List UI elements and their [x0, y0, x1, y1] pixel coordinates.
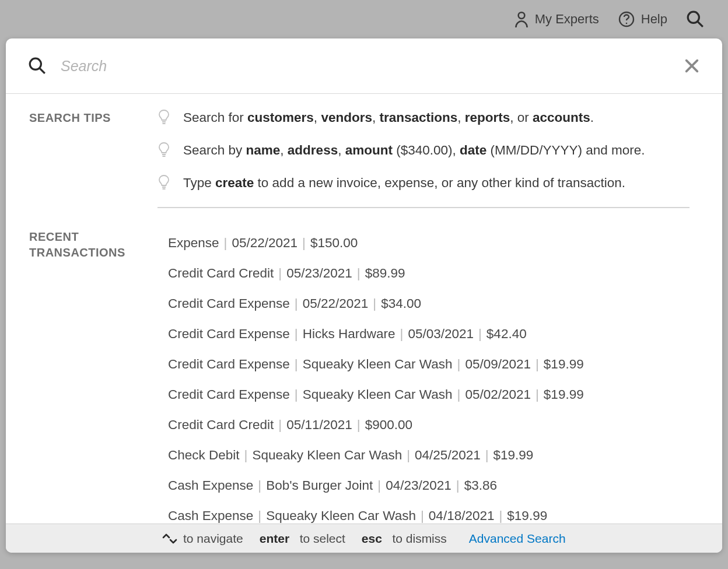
search-tip: Search for customers, vendors, transacti…	[158, 109, 690, 127]
search-footer: to navigate enter to select esc to dismi…	[6, 524, 722, 553]
search-tip-text: Search for customers, vendors, transacti…	[183, 109, 594, 126]
search-tip: Type create to add a new invoice, expens…	[158, 174, 690, 192]
search-modal: SEARCH TIPS Search for customers, vendor…	[6, 38, 722, 553]
section-divider	[158, 207, 690, 208]
transaction-row[interactable]: Cash Expense|Squeaky Kleen Car Wash|04/1…	[158, 501, 690, 524]
search-tip: Search by name, address, amount ($340.00…	[158, 142, 690, 159]
updown-icon	[162, 533, 177, 545]
transaction-row[interactable]: Credit Card Expense|05/22/2021|$34.00	[158, 289, 690, 319]
search-tip-text: Type create to add a new invoice, expens…	[183, 174, 625, 191]
footer-enter-key: enter	[260, 532, 289, 545]
recent-transactions-section: RECENT TRANSACTIONS Expense|05/22/2021|$…	[29, 228, 690, 524]
lightbulb-icon	[158, 174, 170, 192]
search-bar	[6, 38, 722, 94]
search-icon	[28, 57, 47, 75]
transaction-row[interactable]: Credit Card Expense|Hicks Hardware|05/03…	[158, 319, 690, 349]
footer-select-text: to select	[300, 532, 345, 545]
footer-navigate-text: to navigate	[183, 532, 243, 546]
close-icon	[684, 58, 700, 74]
transaction-row[interactable]: Check Debit|Squeaky Kleen Car Wash|04/25…	[158, 440, 690, 470]
footer-dismiss-text: to dismiss	[392, 532, 446, 545]
help-button[interactable]: Help	[618, 10, 667, 28]
search-input[interactable]	[61, 58, 670, 75]
search-icon	[686, 10, 705, 29]
recent-transactions-heading: RECENT TRANSACTIONS	[29, 228, 152, 261]
advanced-search-link[interactable]: Advanced Search	[469, 532, 566, 546]
transaction-row[interactable]: Credit Card Credit|05/11/2021|$900.00	[158, 410, 690, 440]
transaction-row[interactable]: Expense|05/22/2021|$150.00	[158, 228, 690, 258]
search-tip-text: Search by name, address, amount ($340.00…	[183, 142, 645, 159]
transaction-row[interactable]: Credit Card Expense|Squeaky Kleen Car Wa…	[158, 349, 690, 380]
app-top-bar: My Experts Help	[0, 0, 728, 38]
lightbulb-icon	[158, 109, 170, 127]
svg-point-3	[688, 12, 699, 23]
svg-point-0	[518, 12, 524, 19]
help-label: Help	[641, 12, 667, 27]
transaction-row[interactable]: Credit Card Expense|Squeaky Kleen Car Wa…	[158, 380, 690, 410]
search-tips-section: SEARCH TIPS Search for customers, vendor…	[29, 109, 690, 208]
modal-content: SEARCH TIPS Search for customers, vendor…	[6, 94, 722, 524]
help-icon	[618, 10, 635, 28]
footer-esc-key: esc	[362, 532, 382, 545]
close-button[interactable]	[684, 58, 700, 74]
my-experts-button[interactable]: My Experts	[514, 10, 599, 28]
transaction-row[interactable]: Cash Expense|Bob's Burger Joint|04/23/20…	[158, 470, 690, 501]
person-icon	[514, 10, 529, 28]
my-experts-label: My Experts	[535, 12, 599, 27]
svg-point-4	[30, 58, 41, 69]
lightbulb-icon	[158, 142, 170, 159]
topbar-search-button[interactable]	[686, 10, 705, 29]
transaction-row[interactable]: Credit Card Credit|05/23/2021|$89.99	[158, 258, 690, 289]
svg-point-2	[625, 23, 627, 24]
search-tips-heading: SEARCH TIPS	[29, 109, 152, 126]
